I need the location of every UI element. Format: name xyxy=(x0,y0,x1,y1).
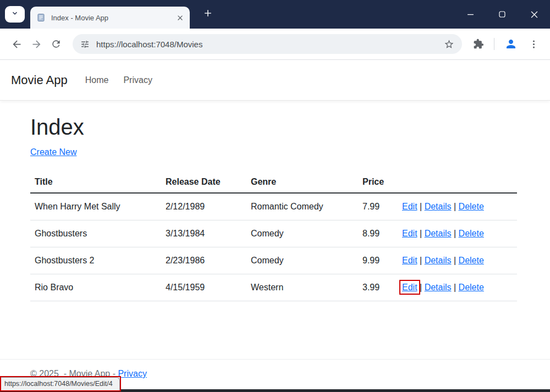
details-link[interactable]: Details xyxy=(425,202,452,211)
edit-link[interactable]: Edit xyxy=(402,229,417,238)
details-link[interactable]: Details xyxy=(425,229,452,238)
table-row: Ghostbusters3/13/1984Comedy8.99Edit | De… xyxy=(30,220,517,247)
toolbar-divider xyxy=(494,38,494,50)
create-new-link[interactable]: Create New xyxy=(30,147,76,157)
brand-link[interactable]: Movie App xyxy=(11,73,68,87)
cell-price: 7.99 xyxy=(358,193,398,220)
cell-actions: Edit | Details | Delete xyxy=(398,247,517,274)
new-tab-button[interactable] xyxy=(200,6,216,23)
delete-link[interactable]: Delete xyxy=(459,202,484,211)
window-caption-buttons xyxy=(454,0,550,29)
reload-button[interactable] xyxy=(46,34,66,54)
tab-title: Index - Movie App xyxy=(51,14,175,22)
site-navbar: Movie App Home Privacy xyxy=(0,60,550,101)
cell-release-date: 4/15/1959 xyxy=(161,274,246,301)
nav-link-privacy[interactable]: Privacy xyxy=(123,75,152,85)
cell-genre: Comedy xyxy=(246,247,358,274)
bookmark-star-icon[interactable] xyxy=(443,38,455,51)
cell-actions: Edit | Details | Delete xyxy=(398,193,517,220)
edit-link[interactable]: Edit xyxy=(402,256,417,265)
header-title: Title xyxy=(30,172,161,193)
details-link[interactable]: Details xyxy=(425,256,452,265)
maximize-button[interactable] xyxy=(486,0,518,29)
back-button[interactable] xyxy=(7,34,26,54)
cell-actions: Edit | Details | Delete xyxy=(398,274,517,301)
cell-release-date: 2/12/1989 xyxy=(161,193,246,220)
header-actions xyxy=(398,172,517,193)
edit-link[interactable]: Edit xyxy=(402,283,417,292)
cell-price: 8.99 xyxy=(358,220,398,247)
table-header: Title Release Date Genre Price xyxy=(30,172,517,193)
cell-release-date: 3/13/1984 xyxy=(161,220,246,247)
profile-avatar[interactable] xyxy=(499,35,523,53)
action-separator: | xyxy=(417,229,425,238)
tab-favicon-icon xyxy=(37,13,46,22)
cell-title: Ghostbusters 2 xyxy=(30,247,161,274)
browser-tab[interactable]: Index - Movie App xyxy=(30,7,190,29)
cell-genre: Western xyxy=(246,274,358,301)
minimize-button[interactable] xyxy=(454,0,486,29)
forward-button[interactable] xyxy=(26,34,46,54)
cell-actions: Edit | Details | Delete xyxy=(398,220,517,247)
header-genre: Genre xyxy=(246,172,358,193)
action-separator: | xyxy=(452,229,459,238)
extensions-icon[interactable] xyxy=(468,35,490,53)
plus-icon xyxy=(202,8,213,21)
page-title: Index xyxy=(30,115,520,140)
action-separator: | xyxy=(417,202,425,211)
table-row: Ghostbusters 22/23/1986Comedy9.99Edit | … xyxy=(30,247,517,274)
cell-title: When Harry Met Sally xyxy=(30,193,161,220)
table-row: Rio Bravo4/15/1959Western3.99Edit | Deta… xyxy=(30,274,517,301)
header-price: Price xyxy=(358,172,398,193)
action-separator: | xyxy=(452,256,459,265)
annotation-box-status: https://localhost:7048/Movies/Edit/4 xyxy=(0,376,121,391)
cell-genre: Comedy xyxy=(246,220,358,247)
delete-link[interactable]: Delete xyxy=(459,256,484,265)
browser-titlebar: Index - Movie App xyxy=(0,0,550,29)
browser-window: Index - Movie App xyxy=(0,0,550,392)
status-bar-url: https://localhost:7048/Movies/Edit/4 xyxy=(1,377,120,390)
nav-link-home[interactable]: Home xyxy=(85,75,109,85)
close-window-button[interactable] xyxy=(518,0,550,29)
site-info-icon[interactable] xyxy=(80,40,90,49)
delete-link[interactable]: Delete xyxy=(459,229,484,238)
browser-toolbar: https://localhost:7048/Movies xyxy=(0,29,550,60)
tab-search-button[interactable] xyxy=(5,6,25,23)
cell-genre: Romantic Comedy xyxy=(246,193,358,220)
address-url[interactable]: https://localhost:7048/Movies xyxy=(96,40,443,49)
address-bar[interactable]: https://localhost:7048/Movies xyxy=(73,34,462,54)
action-separator: | xyxy=(452,283,459,292)
delete-link[interactable]: Delete xyxy=(459,283,484,292)
table-row: When Harry Met Sally2/12/1989Romantic Co… xyxy=(30,193,517,220)
edit-link[interactable]: Edit xyxy=(402,202,417,211)
action-separator: | xyxy=(452,202,459,211)
chevron-down-icon xyxy=(10,9,19,20)
movies-table: Title Release Date Genre Price When Harr… xyxy=(30,172,517,301)
action-separator: | xyxy=(417,283,425,292)
cell-release-date: 2/23/1986 xyxy=(161,247,246,274)
browser-menu-icon[interactable] xyxy=(523,36,543,53)
movie-table-body: When Harry Met Sally2/12/1989Romantic Co… xyxy=(30,193,517,301)
main-content: Index Create New Title Release Date Genr… xyxy=(0,115,550,301)
tab-close-icon[interactable] xyxy=(175,13,185,23)
footer-privacy-link[interactable]: Privacy xyxy=(118,369,146,378)
cell-price: 3.99 xyxy=(358,274,398,301)
cell-title: Ghostbusters xyxy=(30,220,161,247)
action-separator: | xyxy=(417,256,425,265)
header-release-date: Release Date xyxy=(161,172,246,193)
cell-price: 9.99 xyxy=(358,247,398,274)
cell-title: Rio Bravo xyxy=(30,274,161,301)
details-link[interactable]: Details xyxy=(425,283,452,292)
toolbar-right-controls xyxy=(468,35,543,53)
